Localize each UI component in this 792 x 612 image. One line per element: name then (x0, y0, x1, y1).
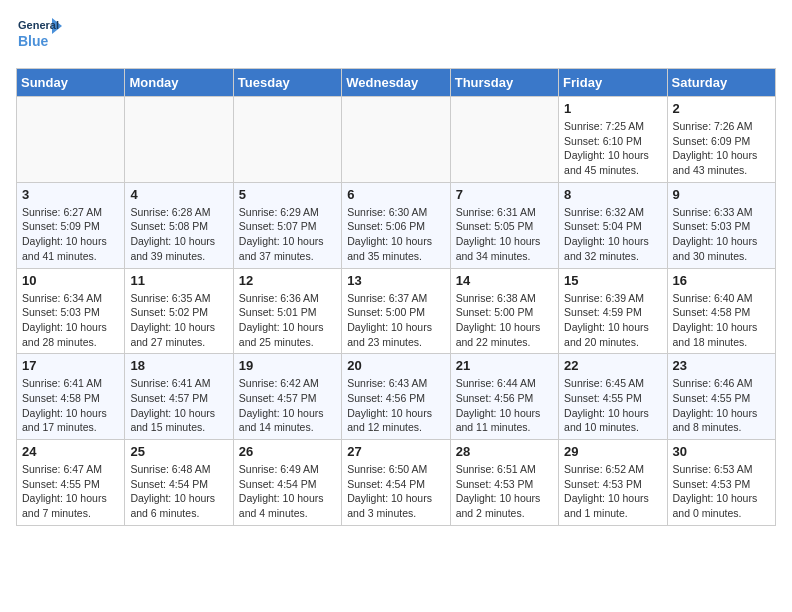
day-info: Sunrise: 6:28 AM Sunset: 5:08 PM Dayligh… (130, 205, 227, 264)
weekday-header: Tuesday (233, 69, 341, 97)
day-number: 23 (673, 358, 770, 373)
day-info: Sunrise: 6:27 AM Sunset: 5:09 PM Dayligh… (22, 205, 119, 264)
day-info: Sunrise: 6:47 AM Sunset: 4:55 PM Dayligh… (22, 462, 119, 521)
day-number: 2 (673, 101, 770, 116)
day-info: Sunrise: 6:35 AM Sunset: 5:02 PM Dayligh… (130, 291, 227, 350)
day-info: Sunrise: 6:48 AM Sunset: 4:54 PM Dayligh… (130, 462, 227, 521)
calendar-cell: 8Sunrise: 6:32 AM Sunset: 5:04 PM Daylig… (559, 182, 667, 268)
calendar-cell: 13Sunrise: 6:37 AM Sunset: 5:00 PM Dayli… (342, 268, 450, 354)
weekday-header: Saturday (667, 69, 775, 97)
day-info: Sunrise: 6:41 AM Sunset: 4:57 PM Dayligh… (130, 376, 227, 435)
calendar-body: 1Sunrise: 7:25 AM Sunset: 6:10 PM Daylig… (17, 97, 776, 526)
day-info: Sunrise: 7:25 AM Sunset: 6:10 PM Dayligh… (564, 119, 661, 178)
header-row: SundayMondayTuesdayWednesdayThursdayFrid… (17, 69, 776, 97)
day-number: 25 (130, 444, 227, 459)
day-number: 9 (673, 187, 770, 202)
day-info: Sunrise: 6:29 AM Sunset: 5:07 PM Dayligh… (239, 205, 336, 264)
day-info: Sunrise: 6:44 AM Sunset: 4:56 PM Dayligh… (456, 376, 553, 435)
day-number: 7 (456, 187, 553, 202)
day-number: 11 (130, 273, 227, 288)
calendar-cell: 23Sunrise: 6:46 AM Sunset: 4:55 PM Dayli… (667, 354, 775, 440)
calendar-cell (233, 97, 341, 183)
day-info: Sunrise: 6:40 AM Sunset: 4:58 PM Dayligh… (673, 291, 770, 350)
calendar-cell (17, 97, 125, 183)
calendar-cell: 22Sunrise: 6:45 AM Sunset: 4:55 PM Dayli… (559, 354, 667, 440)
calendar-cell: 28Sunrise: 6:51 AM Sunset: 4:53 PM Dayli… (450, 440, 558, 526)
logo-svg: GeneralBlue (16, 16, 66, 58)
calendar-week-row: 17Sunrise: 6:41 AM Sunset: 4:58 PM Dayli… (17, 354, 776, 440)
day-info: Sunrise: 6:32 AM Sunset: 5:04 PM Dayligh… (564, 205, 661, 264)
calendar-cell: 30Sunrise: 6:53 AM Sunset: 4:53 PM Dayli… (667, 440, 775, 526)
day-info: Sunrise: 6:31 AM Sunset: 5:05 PM Dayligh… (456, 205, 553, 264)
day-info: Sunrise: 6:38 AM Sunset: 5:00 PM Dayligh… (456, 291, 553, 350)
calendar-cell (125, 97, 233, 183)
weekday-header: Wednesday (342, 69, 450, 97)
calendar-cell: 7Sunrise: 6:31 AM Sunset: 5:05 PM Daylig… (450, 182, 558, 268)
day-info: Sunrise: 7:26 AM Sunset: 6:09 PM Dayligh… (673, 119, 770, 178)
calendar-cell: 20Sunrise: 6:43 AM Sunset: 4:56 PM Dayli… (342, 354, 450, 440)
day-info: Sunrise: 6:30 AM Sunset: 5:06 PM Dayligh… (347, 205, 444, 264)
day-number: 16 (673, 273, 770, 288)
day-number: 27 (347, 444, 444, 459)
header: GeneralBlue (16, 16, 776, 58)
calendar-week-row: 1Sunrise: 7:25 AM Sunset: 6:10 PM Daylig… (17, 97, 776, 183)
calendar-cell: 26Sunrise: 6:49 AM Sunset: 4:54 PM Dayli… (233, 440, 341, 526)
svg-text:Blue: Blue (18, 33, 49, 49)
day-number: 30 (673, 444, 770, 459)
calendar-cell (342, 97, 450, 183)
calendar-cell: 17Sunrise: 6:41 AM Sunset: 4:58 PM Dayli… (17, 354, 125, 440)
day-number: 24 (22, 444, 119, 459)
calendar-cell: 2Sunrise: 7:26 AM Sunset: 6:09 PM Daylig… (667, 97, 775, 183)
day-info: Sunrise: 6:53 AM Sunset: 4:53 PM Dayligh… (673, 462, 770, 521)
calendar-week-row: 24Sunrise: 6:47 AM Sunset: 4:55 PM Dayli… (17, 440, 776, 526)
day-number: 13 (347, 273, 444, 288)
day-number: 29 (564, 444, 661, 459)
calendar-week-row: 3Sunrise: 6:27 AM Sunset: 5:09 PM Daylig… (17, 182, 776, 268)
calendar-cell: 19Sunrise: 6:42 AM Sunset: 4:57 PM Dayli… (233, 354, 341, 440)
day-info: Sunrise: 6:50 AM Sunset: 4:54 PM Dayligh… (347, 462, 444, 521)
day-number: 17 (22, 358, 119, 373)
day-number: 6 (347, 187, 444, 202)
calendar-cell (450, 97, 558, 183)
calendar-cell: 9Sunrise: 6:33 AM Sunset: 5:03 PM Daylig… (667, 182, 775, 268)
day-info: Sunrise: 6:34 AM Sunset: 5:03 PM Dayligh… (22, 291, 119, 350)
calendar-cell: 21Sunrise: 6:44 AM Sunset: 4:56 PM Dayli… (450, 354, 558, 440)
weekday-header: Friday (559, 69, 667, 97)
day-info: Sunrise: 6:43 AM Sunset: 4:56 PM Dayligh… (347, 376, 444, 435)
calendar-cell: 16Sunrise: 6:40 AM Sunset: 4:58 PM Dayli… (667, 268, 775, 354)
day-number: 3 (22, 187, 119, 202)
day-number: 14 (456, 273, 553, 288)
day-number: 15 (564, 273, 661, 288)
day-number: 12 (239, 273, 336, 288)
logo: GeneralBlue (16, 16, 66, 58)
weekday-header: Thursday (450, 69, 558, 97)
weekday-header: Sunday (17, 69, 125, 97)
day-info: Sunrise: 6:33 AM Sunset: 5:03 PM Dayligh… (673, 205, 770, 264)
weekday-header: Monday (125, 69, 233, 97)
day-info: Sunrise: 6:37 AM Sunset: 5:00 PM Dayligh… (347, 291, 444, 350)
svg-text:General: General (18, 19, 59, 31)
day-info: Sunrise: 6:36 AM Sunset: 5:01 PM Dayligh… (239, 291, 336, 350)
calendar-cell: 14Sunrise: 6:38 AM Sunset: 5:00 PM Dayli… (450, 268, 558, 354)
calendar-cell: 25Sunrise: 6:48 AM Sunset: 4:54 PM Dayli… (125, 440, 233, 526)
day-number: 4 (130, 187, 227, 202)
calendar-header: SundayMondayTuesdayWednesdayThursdayFrid… (17, 69, 776, 97)
calendar-week-row: 10Sunrise: 6:34 AM Sunset: 5:03 PM Dayli… (17, 268, 776, 354)
day-number: 19 (239, 358, 336, 373)
calendar-cell: 18Sunrise: 6:41 AM Sunset: 4:57 PM Dayli… (125, 354, 233, 440)
day-number: 28 (456, 444, 553, 459)
calendar: SundayMondayTuesdayWednesdayThursdayFrid… (16, 68, 776, 526)
calendar-cell: 5Sunrise: 6:29 AM Sunset: 5:07 PM Daylig… (233, 182, 341, 268)
day-number: 10 (22, 273, 119, 288)
calendar-cell: 15Sunrise: 6:39 AM Sunset: 4:59 PM Dayli… (559, 268, 667, 354)
day-number: 26 (239, 444, 336, 459)
day-number: 21 (456, 358, 553, 373)
day-info: Sunrise: 6:46 AM Sunset: 4:55 PM Dayligh… (673, 376, 770, 435)
day-info: Sunrise: 6:41 AM Sunset: 4:58 PM Dayligh… (22, 376, 119, 435)
calendar-cell: 10Sunrise: 6:34 AM Sunset: 5:03 PM Dayli… (17, 268, 125, 354)
day-number: 18 (130, 358, 227, 373)
day-info: Sunrise: 6:52 AM Sunset: 4:53 PM Dayligh… (564, 462, 661, 521)
calendar-cell: 3Sunrise: 6:27 AM Sunset: 5:09 PM Daylig… (17, 182, 125, 268)
day-info: Sunrise: 6:51 AM Sunset: 4:53 PM Dayligh… (456, 462, 553, 521)
calendar-cell: 29Sunrise: 6:52 AM Sunset: 4:53 PM Dayli… (559, 440, 667, 526)
